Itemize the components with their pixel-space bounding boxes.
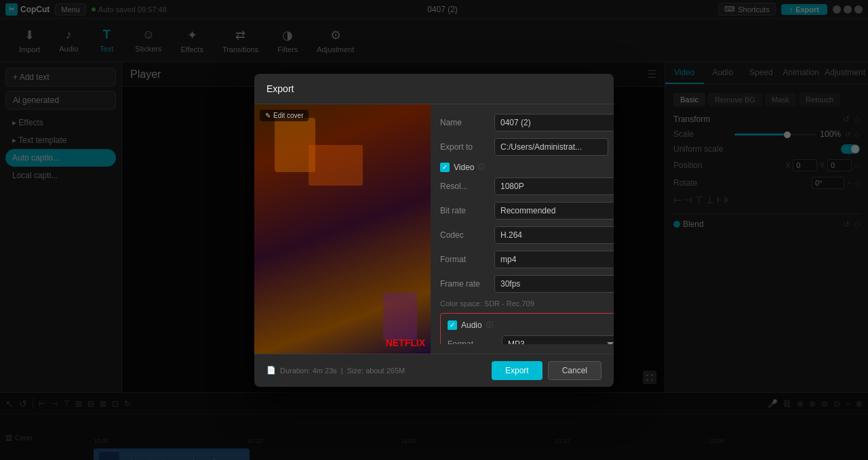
audio-label: Audio (461, 320, 482, 330)
audio-checkbox[interactable]: ✓ (448, 320, 457, 330)
framerate-label: Frame rate (440, 279, 489, 289)
size-text: Size: about 265M (347, 367, 406, 375)
color-space-text: Color space: SDR - Rec.709 (440, 299, 614, 308)
audio-info-icon: ⓘ (486, 320, 493, 330)
export-modal: Export ✎ Edit cover NETFLIX (254, 74, 614, 387)
export-to-label: Export to (440, 142, 489, 152)
modal-footer: 📄 Duration: 4m 23s | Size: about 265M Ex… (254, 354, 614, 387)
bitrate-label: Bit rate (440, 206, 489, 215)
video-label: Video (454, 163, 474, 172)
netflix-badge: NETFLIX (386, 337, 425, 348)
codec-row: Codec H.264 (440, 226, 614, 244)
modal-overlay: Export ✎ Edit cover NETFLIX (0, 0, 868, 460)
export-to-input[interactable] (494, 138, 608, 156)
duration-text: Duration: 4m 23s (280, 367, 337, 375)
video-info-icon: ⓘ (478, 163, 485, 172)
audio-check-label[interactable]: ✓ Audio ⓘ (448, 320, 614, 330)
format-select[interactable]: mp4 (494, 251, 614, 268)
film-element-2 (309, 145, 363, 186)
codec-label: Codec (440, 230, 489, 240)
framerate-select[interactable]: 30fps (494, 275, 614, 293)
modal-fields-scroll: Name Export to 📁 ✓ Video ⓘ (440, 114, 614, 344)
film-element-3 (383, 293, 417, 340)
format-row: Format mp4 (440, 251, 614, 268)
preview-film (254, 104, 431, 354)
resolution-select[interactable]: 1080P (494, 177, 614, 195)
modal-header: Export (254, 74, 614, 104)
format-label: Format (440, 255, 489, 264)
size-separator: | (341, 367, 343, 375)
modal-preview: ✎ Edit cover NETFLIX (254, 104, 431, 354)
audio-format-label: Format (448, 339, 496, 344)
framerate-row: Frame rate 30fps (440, 275, 614, 293)
footer-buttons: Export Cancel (492, 361, 601, 380)
audio-format-row: Format MP3 (448, 335, 614, 344)
footer-info: 📄 Duration: 4m 23s | Size: about 265M (267, 366, 405, 375)
edit-cover-label: Edit cover (273, 112, 303, 119)
edit-icon: ✎ (265, 112, 271, 119)
modal-title: Export (267, 83, 294, 94)
codec-select[interactable]: H.264 (494, 226, 614, 244)
cancel-button[interactable]: Cancel (548, 361, 601, 380)
audio-format-select[interactable]: MP3 (502, 335, 614, 344)
file-icon: 📄 (267, 366, 276, 375)
resolution-label: Resol... (440, 182, 489, 191)
edit-cover-button[interactable]: ✎ Edit cover (260, 110, 309, 121)
video-section-header: ✓ Video ⓘ (440, 163, 614, 172)
name-input[interactable] (494, 114, 614, 131)
modal-fields: Name Export to 📁 ✓ Video ⓘ (431, 104, 614, 354)
audio-section-header: ✓ Audio ⓘ (448, 320, 614, 330)
resolution-row: Resol... 1080P (440, 177, 614, 195)
video-check-label[interactable]: ✓ Video ⓘ (440, 163, 614, 172)
export-button[interactable]: Export (492, 361, 542, 380)
modal-body: ✎ Edit cover NETFLIX Name Export to (254, 104, 614, 354)
audio-section: ✓ Audio ⓘ Format MP3 (440, 313, 614, 344)
export-to-row: Export to 📁 (440, 138, 614, 156)
bitrate-row: Bit rate Recommended (440, 202, 614, 219)
name-label: Name (440, 118, 489, 127)
video-checkbox[interactable]: ✓ (440, 163, 450, 172)
bitrate-select[interactable]: Recommended (494, 202, 614, 219)
name-row: Name (440, 114, 614, 131)
